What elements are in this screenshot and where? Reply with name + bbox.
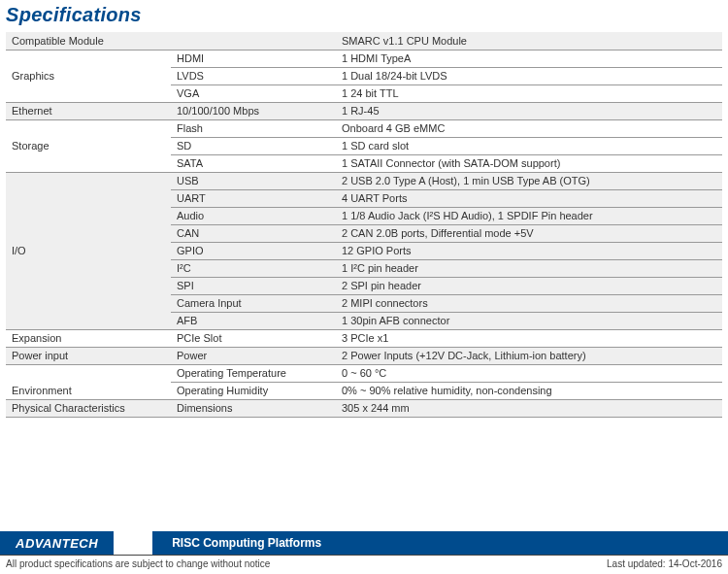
value-cell: 1 HDMI TypeA bbox=[336, 50, 722, 67]
category-cell: Expansion bbox=[6, 329, 171, 347]
subcategory-cell: SPI bbox=[171, 277, 336, 294]
subcategory-cell: PCIe Slot bbox=[171, 329, 336, 347]
category-cell: I/O bbox=[6, 242, 171, 259]
subcategory-cell: Audio bbox=[171, 207, 336, 224]
value-cell: 2 USB 2.0 Type A (Host), 1 min USB Type … bbox=[336, 172, 722, 189]
category-cell: Power input bbox=[6, 347, 171, 364]
category-cell: Physical Characteristics bbox=[6, 399, 171, 417]
subcategory-cell bbox=[171, 32, 336, 50]
subcategory-cell: UART bbox=[171, 189, 336, 207]
value-cell: 2 MIPI connectors bbox=[336, 294, 722, 312]
value-cell: SMARC v1.1 CPU Module bbox=[336, 32, 722, 50]
value-cell: 0 ~ 60 °C bbox=[336, 364, 722, 382]
category-cell bbox=[6, 294, 171, 312]
category-cell: Graphics bbox=[6, 67, 171, 84]
category-cell bbox=[6, 172, 171, 189]
category-cell bbox=[6, 224, 171, 242]
value-cell: 305 x 244 mm bbox=[336, 399, 722, 417]
subcategory-cell: USB bbox=[171, 172, 336, 189]
value-cell: 1 30pin AFB connector bbox=[336, 312, 722, 329]
value-cell: 1 SD card slot bbox=[336, 137, 722, 154]
page-title: Specifications bbox=[6, 4, 722, 26]
category-cell bbox=[6, 119, 171, 137]
disclaimer-text: All product specifications are subject t… bbox=[6, 558, 270, 569]
subcategory-cell: SATA bbox=[171, 154, 336, 172]
last-updated-text: Last updated: 14-Oct-2016 bbox=[607, 558, 722, 569]
subcategory-cell: AFB bbox=[171, 312, 336, 329]
value-cell: 12 GPIO Ports bbox=[336, 242, 722, 259]
value-cell: 4 UART Ports bbox=[336, 189, 722, 207]
subcategory-cell: Dimensions bbox=[171, 399, 336, 417]
category-cell: Storage bbox=[6, 137, 171, 154]
value-cell: 2 SPI pin header bbox=[336, 277, 722, 294]
value-cell: 1 24 bit TTL bbox=[336, 84, 722, 102]
value-cell: 3 PCIe x1 bbox=[336, 329, 722, 347]
spec-table: Compatible ModuleSMARC v1.1 CPU ModuleHD… bbox=[6, 32, 722, 418]
value-cell: 1 1/8 Audio Jack (I²S HD Audio), 1 SPDIF… bbox=[336, 207, 722, 224]
brand-logo: ADVANTECH bbox=[0, 531, 114, 555]
category-cell bbox=[6, 364, 171, 382]
value-cell: 2 Power Inputs (+12V DC-Jack, Lithium-io… bbox=[336, 347, 722, 364]
subcategory-cell: CAN bbox=[171, 224, 336, 242]
category-cell bbox=[6, 259, 171, 277]
value-cell: 1 Dual 18/24-bit LVDS bbox=[336, 67, 722, 84]
subcategory-cell: Flash bbox=[171, 119, 336, 137]
category-cell bbox=[6, 50, 171, 67]
category-cell bbox=[6, 154, 171, 172]
value-cell: 1 I²C pin header bbox=[336, 259, 722, 277]
value-cell: 0% ~ 90% relative humidity, non-condensi… bbox=[336, 382, 722, 399]
platform-label: RISC Computing Platforms bbox=[152, 536, 341, 550]
subcategory-cell: VGA bbox=[171, 84, 336, 102]
value-cell: Onboard 4 GB eMMC bbox=[336, 119, 722, 137]
subcategory-cell: Operating Temperature bbox=[171, 364, 336, 382]
category-cell bbox=[6, 277, 171, 294]
subcategory-cell: GPIO bbox=[171, 242, 336, 259]
subcategory-cell: HDMI bbox=[171, 50, 336, 67]
footer: ADVANTECH RISC Computing Platforms All p… bbox=[0, 531, 728, 574]
category-cell: Compatible Module bbox=[6, 32, 171, 50]
category-cell bbox=[6, 84, 171, 102]
value-cell: 1 SATAII Connector (with SATA-DOM suppor… bbox=[336, 154, 722, 172]
value-cell: 2 CAN 2.0B ports, Differential mode +5V bbox=[336, 224, 722, 242]
category-cell: Environment bbox=[6, 382, 171, 399]
subcategory-cell: I²C bbox=[171, 259, 336, 277]
subcategory-cell: Power bbox=[171, 347, 336, 364]
category-cell: Ethernet bbox=[6, 102, 171, 119]
subcategory-cell: Camera Input bbox=[171, 294, 336, 312]
category-cell bbox=[6, 312, 171, 329]
subcategory-cell: 10/100/100 Mbps bbox=[171, 102, 336, 119]
subcategory-cell: Operating Humidity bbox=[171, 382, 336, 399]
subcategory-cell: LVDS bbox=[171, 67, 336, 84]
subcategory-cell: SD bbox=[171, 137, 336, 154]
category-cell bbox=[6, 189, 171, 207]
value-cell: 1 RJ-45 bbox=[336, 102, 722, 119]
category-cell bbox=[6, 207, 171, 224]
